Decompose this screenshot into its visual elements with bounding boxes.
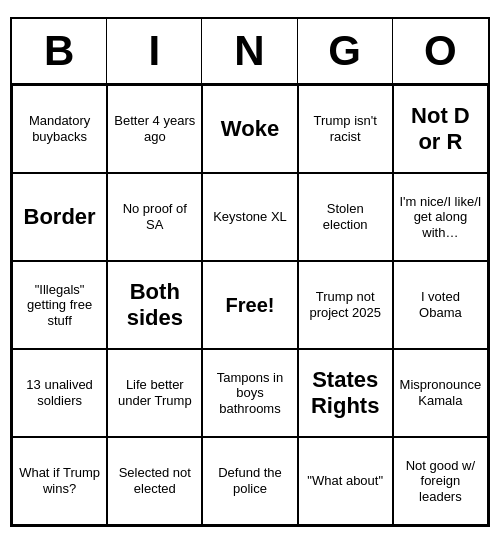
bingo-letter-B: B xyxy=(12,19,107,83)
bingo-cell-14: I voted Obama xyxy=(393,261,488,349)
bingo-cell-20: What if Trump wins? xyxy=(12,437,107,525)
bingo-cell-18: States Rights xyxy=(298,349,393,437)
bingo-cell-2: Woke xyxy=(202,85,297,173)
bingo-cell-0: Mandatory buybacks xyxy=(12,85,107,173)
bingo-cell-19: Mispronounce Kamala xyxy=(393,349,488,437)
bingo-cell-15: 13 unalived soldiers xyxy=(12,349,107,437)
bingo-letter-I: I xyxy=(107,19,202,83)
bingo-cell-4: Not D or R xyxy=(393,85,488,173)
bingo-letter-N: N xyxy=(202,19,297,83)
bingo-cell-1: Better 4 years ago xyxy=(107,85,202,173)
bingo-cell-22: Defund the police xyxy=(202,437,297,525)
bingo-cell-7: Keystone XL xyxy=(202,173,297,261)
bingo-letter-G: G xyxy=(298,19,393,83)
bingo-cell-9: I'm nice/I like/I get along with… xyxy=(393,173,488,261)
bingo-cell-24: Not good w/ foreign leaders xyxy=(393,437,488,525)
bingo-cell-12: Free! xyxy=(202,261,297,349)
bingo-cell-13: Trump not project 2025 xyxy=(298,261,393,349)
bingo-cell-6: No proof of SA xyxy=(107,173,202,261)
bingo-cell-8: Stolen election xyxy=(298,173,393,261)
bingo-cell-21: Selected not elected xyxy=(107,437,202,525)
bingo-cell-5: Border xyxy=(12,173,107,261)
bingo-cell-10: "Illegals" getting free stuff xyxy=(12,261,107,349)
bingo-header: BINGO xyxy=(12,19,488,85)
bingo-letter-O: O xyxy=(393,19,488,83)
bingo-cell-23: "What about" xyxy=(298,437,393,525)
bingo-cell-3: Trump isn't racist xyxy=(298,85,393,173)
bingo-grid: Mandatory buybacksBetter 4 years agoWoke… xyxy=(12,85,488,525)
bingo-card: BINGO Mandatory buybacksBetter 4 years a… xyxy=(10,17,490,527)
bingo-cell-16: Life better under Trump xyxy=(107,349,202,437)
bingo-cell-17: Tampons in boys bathrooms xyxy=(202,349,297,437)
bingo-cell-11: Both sides xyxy=(107,261,202,349)
